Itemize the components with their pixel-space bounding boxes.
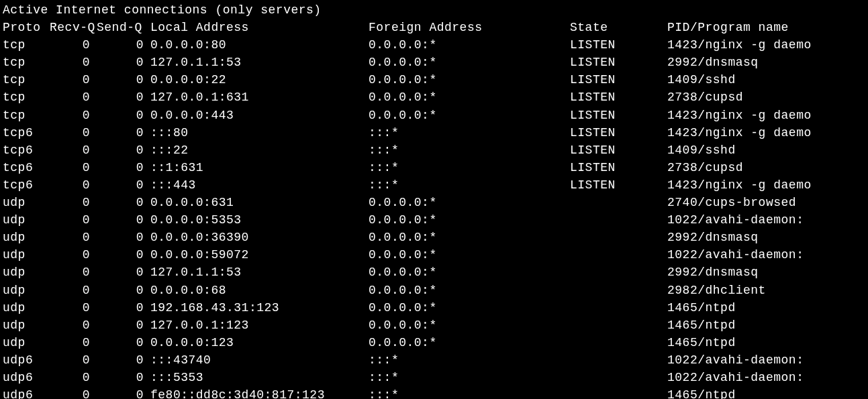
- cell-recvq: 0: [50, 71, 97, 89]
- cell-sendq: 0: [97, 124, 150, 141]
- cell-local: 0.0.0.0:22: [150, 71, 369, 89]
- cell-recvq: 0: [50, 141, 97, 159]
- cell-recvq: 0: [50, 176, 97, 194]
- cell-proto: udp: [3, 334, 50, 351]
- cell-state: [570, 194, 667, 211]
- cell-local: 127.0.1.1:53: [150, 54, 369, 71]
- cell-foreign: 0.0.0.0:*: [369, 282, 570, 299]
- cell-recvq: 0: [50, 124, 97, 141]
- cell-sendq: 0: [97, 54, 150, 71]
- cell-foreign: :::*: [369, 124, 570, 141]
- cell-local: 0.0.0.0:5353: [150, 211, 369, 229]
- cell-recvq: 0: [50, 107, 97, 124]
- cell-prog: 1022/avahi-daemon:: [667, 351, 865, 369]
- cell-state: [570, 299, 667, 317]
- cell-state: [570, 264, 667, 281]
- terminal-output: Active Internet connections (only server…: [3, 1, 865, 399]
- cell-prog: 2738/cupsd: [667, 89, 865, 106]
- cell-prog: 1409/sshd: [667, 71, 865, 89]
- cell-proto: udp6: [3, 351, 50, 369]
- cell-proto: udp6: [3, 369, 50, 386]
- cell-foreign: :::*: [369, 369, 570, 386]
- cell-foreign: 0.0.0.0:*: [369, 194, 570, 211]
- cell-local: 0.0.0.0:68: [150, 282, 369, 299]
- cell-recvq: 0: [50, 299, 97, 317]
- cell-proto: tcp6: [3, 124, 50, 141]
- table-row: tcp600:::80:::*LISTEN1423/nginx -g daemo: [3, 124, 865, 141]
- cell-proto: tcp: [3, 54, 50, 71]
- cell-local: 0.0.0.0:59072: [150, 246, 369, 264]
- cell-recvq: 0: [50, 264, 97, 281]
- cell-proto: udp: [3, 317, 50, 334]
- cell-sendq: 0: [97, 71, 150, 89]
- cell-local: :::5353: [150, 369, 369, 386]
- cell-state: [570, 386, 667, 399]
- cell-prog: 1465/ntpd: [667, 334, 865, 351]
- cell-prog: 1465/ntpd: [667, 386, 865, 399]
- cell-local: :::443: [150, 176, 369, 194]
- cell-recvq: 0: [50, 211, 97, 229]
- cell-state: LISTEN: [570, 176, 667, 194]
- cell-state: LISTEN: [570, 89, 667, 106]
- cell-state: [570, 246, 667, 264]
- cell-prog: 1409/sshd: [667, 141, 865, 159]
- cell-recvq: 0: [50, 246, 97, 264]
- cell-recvq: 0: [50, 194, 97, 211]
- cell-sendq: 0: [97, 264, 150, 281]
- cell-sendq: 0: [97, 317, 150, 334]
- cell-sendq: 0: [97, 36, 150, 54]
- cell-prog: 2740/cups-browsed: [667, 194, 865, 211]
- cell-prog: 1465/ntpd: [667, 299, 865, 317]
- table-row: udp600fe80::dd8c:3d40:817:123:::*1465/nt…: [3, 386, 865, 399]
- header-recvq: Recv-Q: [50, 19, 97, 36]
- cell-recvq: 0: [50, 369, 97, 386]
- cell-local: 0.0.0.0:80: [150, 36, 369, 54]
- table-row: udp600:::43740:::*1022/avahi-daemon:: [3, 351, 865, 369]
- cell-proto: tcp6: [3, 159, 50, 176]
- cell-state: [570, 317, 667, 334]
- cell-sendq: 0: [97, 159, 150, 176]
- cell-sendq: 0: [97, 229, 150, 246]
- cell-foreign: :::*: [369, 351, 570, 369]
- cell-local: ::1:631: [150, 159, 369, 176]
- cell-recvq: 0: [50, 229, 97, 246]
- cell-sendq: 0: [97, 176, 150, 194]
- cell-foreign: :::*: [369, 159, 570, 176]
- table-row: udp600:::5353:::*1022/avahi-daemon:: [3, 369, 865, 386]
- cell-proto: udp6: [3, 386, 50, 399]
- cell-local: fe80::dd8c:3d40:817:123: [150, 386, 369, 399]
- cell-proto: tcp: [3, 89, 50, 106]
- cell-sendq: 0: [97, 211, 150, 229]
- cell-prog: 2982/dhclient: [667, 282, 865, 299]
- cell-foreign: :::*: [369, 386, 570, 399]
- cell-recvq: 0: [50, 386, 97, 399]
- cell-prog: 1423/nginx -g daemo: [667, 124, 865, 141]
- cell-proto: udp: [3, 299, 50, 317]
- table-row: tcp00127.0.1.1:530.0.0.0:*LISTEN2992/dns…: [3, 54, 865, 71]
- cell-foreign: 0.0.0.0:*: [369, 264, 570, 281]
- cell-foreign: 0.0.0.0:*: [369, 299, 570, 317]
- cell-sendq: 0: [97, 89, 150, 106]
- header-state: State: [570, 19, 667, 36]
- cell-proto: udp: [3, 194, 50, 211]
- cell-local: 0.0.0.0:443: [150, 107, 369, 124]
- cell-proto: udp: [3, 211, 50, 229]
- header-sendq: Send-Q: [97, 19, 150, 36]
- table-row: udp000.0.0.0:6310.0.0.0:*2740/cups-brows…: [3, 194, 865, 211]
- cell-prog: 2992/dnsmasq: [667, 229, 865, 246]
- cell-local: 127.0.0.1:123: [150, 317, 369, 334]
- cell-sendq: 0: [97, 107, 150, 124]
- cell-prog: 1423/nginx -g daemo: [667, 107, 865, 124]
- table-row: tcp000.0.0.0:800.0.0.0:*LISTEN1423/nginx…: [3, 36, 865, 54]
- cell-foreign: 0.0.0.0:*: [369, 211, 570, 229]
- table-row: udp00192.168.43.31:1230.0.0.0:*1465/ntpd: [3, 299, 865, 317]
- cell-proto: tcp6: [3, 176, 50, 194]
- cell-proto: tcp: [3, 107, 50, 124]
- cell-state: [570, 229, 667, 246]
- cell-prog: 2738/cupsd: [667, 159, 865, 176]
- cell-state: LISTEN: [570, 159, 667, 176]
- table-row: udp000.0.0.0:363900.0.0.0:*2992/dnsmasq: [3, 229, 865, 246]
- cell-foreign: 0.0.0.0:*: [369, 36, 570, 54]
- cell-local: 0.0.0.0:631: [150, 194, 369, 211]
- table-row: udp000.0.0.0:1230.0.0.0:*1465/ntpd: [3, 334, 865, 351]
